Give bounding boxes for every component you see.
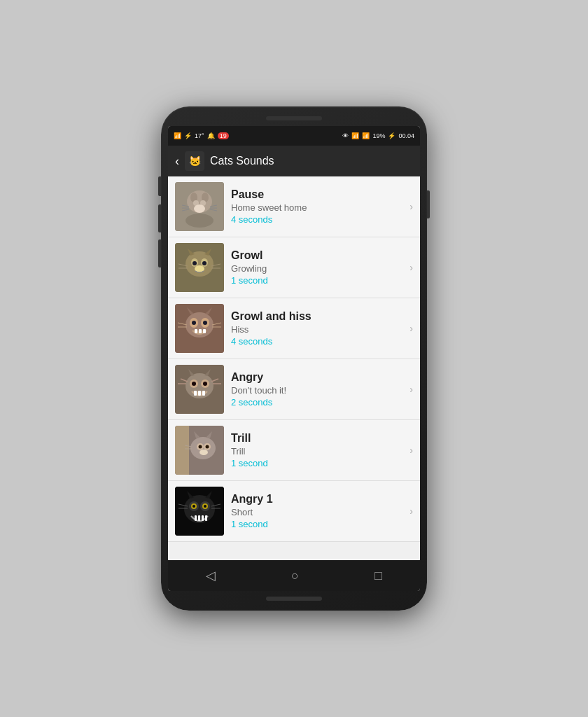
list-item[interactable]: Growl Growling 1 second ›: [168, 237, 420, 298]
item-thumbnail: [175, 487, 224, 536]
svg-rect-51: [198, 391, 201, 396]
list-item[interactable]: Growl and hiss Hiss 4 seconds ›: [168, 298, 420, 359]
svg-point-6: [194, 204, 205, 213]
list-item[interactable]: Trill Trill 1 second ›: [168, 420, 420, 481]
status-left-icons: 📶 ⚡ 17° 🔔 19: [174, 132, 229, 139]
item-duration: 1 second: [231, 275, 402, 286]
back-nav-button[interactable]: ◁: [192, 562, 230, 589]
svg-point-65: [206, 445, 209, 449]
item-duration: 4 seconds: [231, 336, 402, 347]
svg-rect-79: [195, 515, 197, 521]
sounds-list[interactable]: Pause Home sweet home 4 seconds ›: [168, 176, 420, 560]
list-item[interactable]: Angry 1 Short 1 second ›: [168, 481, 420, 542]
item-subtitle: Home sweet home: [231, 202, 402, 213]
svg-rect-36: [199, 329, 202, 333]
svg-point-48: [192, 382, 196, 386]
chevron-icon: ›: [410, 445, 413, 456]
home-nav-button[interactable]: ○: [277, 563, 313, 589]
item-content: Trill Trill 1 second: [224, 432, 410, 468]
item-thumbnail: [175, 304, 224, 353]
item-subtitle: Trill: [231, 446, 402, 457]
item-subtitle: Hiss: [231, 324, 402, 335]
usb-icon: ⚡: [184, 132, 192, 139]
svg-point-49: [203, 382, 207, 386]
status-right-icons: 👁 📶 📶 19% ⚡ 00.04: [342, 132, 414, 139]
svg-point-21: [202, 261, 206, 265]
battery-percent: 19%: [372, 132, 385, 139]
chevron-icon: ›: [410, 323, 413, 334]
item-content: Growl and hiss Hiss 4 seconds: [224, 310, 410, 347]
item-content: Angry 1 Short 1 second: [224, 493, 410, 529]
item-subtitle: Short: [231, 507, 402, 517]
svg-point-13: [186, 214, 214, 228]
list-item[interactable]: Angry Don't touch it! 2 seconds ›: [168, 359, 420, 420]
app-icon-emoji: 🐱: [189, 155, 201, 167]
svg-rect-80: [198, 515, 200, 521]
status-bar: 📶 ⚡ 17° 🔔 19 👁 📶 📶 19% ⚡ 00.04: [168, 126, 420, 146]
list-item[interactable]: Pause Home sweet home 4 seconds ›: [168, 176, 420, 237]
back-button[interactable]: ‹: [175, 154, 179, 169]
svg-point-77: [192, 505, 195, 508]
phone-screen: 📶 ⚡ 17° 🔔 19 👁 📶 📶 19% ⚡ 00.04 ‹ 🐱 Cats …: [168, 126, 420, 591]
item-duration: 1 second: [231, 458, 402, 468]
notification-badge: 19: [218, 132, 229, 139]
charging-icon: ⚡: [388, 132, 396, 139]
svg-rect-37: [203, 329, 206, 333]
signal-icon: 📶: [174, 132, 181, 139]
svg-point-66: [200, 450, 208, 455]
volume-button-right[interactable]: [427, 190, 430, 218]
svg-point-20: [192, 261, 197, 265]
navigation-bar: ◁ ○ □: [168, 560, 420, 591]
item-title: Pause: [231, 188, 402, 201]
svg-point-34: [203, 321, 207, 325]
recent-nav-button[interactable]: □: [360, 563, 396, 589]
svg-rect-50: [194, 391, 197, 396]
item-title: Trill: [231, 432, 402, 445]
chevron-icon: ›: [410, 384, 413, 395]
item-thumbnail: [175, 182, 224, 231]
chevron-icon: ›: [410, 201, 413, 212]
svg-rect-52: [202, 391, 205, 396]
svg-point-33: [192, 321, 196, 325]
svg-point-64: [199, 445, 202, 449]
item-subtitle: Growling: [231, 263, 402, 274]
item-duration: 2 seconds: [231, 397, 402, 408]
svg-rect-58: [175, 426, 189, 475]
power-button[interactable]: [158, 176, 161, 196]
svg-rect-81: [202, 515, 204, 521]
signal-strength-icon: 📶: [362, 132, 370, 139]
item-content: Angry Don't touch it! 2 seconds: [224, 371, 410, 408]
notification-icon: 🔔: [207, 132, 215, 139]
svg-point-78: [204, 505, 206, 508]
item-thumbnail: [175, 243, 224, 292]
volume-up-button[interactable]: [158, 204, 161, 232]
speaker-top: [266, 116, 322, 120]
phone-frame: 📶 ⚡ 17° 🔔 19 👁 📶 📶 19% ⚡ 00.04 ‹ 🐱 Cats …: [161, 106, 427, 611]
item-title: Angry 1: [231, 493, 402, 506]
item-content: Growl Growling 1 second: [224, 249, 410, 286]
svg-rect-35: [195, 329, 197, 333]
chevron-icon: ›: [410, 506, 413, 517]
brightness-icon: 👁: [342, 132, 349, 139]
time-label: 00.04: [398, 132, 414, 139]
item-subtitle: Don't touch it!: [231, 385, 402, 396]
svg-rect-82: [205, 515, 207, 521]
item-thumbnail: [175, 365, 224, 414]
item-thumbnail: [175, 426, 224, 475]
item-duration: 4 seconds: [231, 214, 402, 225]
app-bar: ‹ 🐱 Cats Sounds: [168, 146, 420, 176]
chevron-icon: ›: [410, 262, 413, 273]
temp-label: 17°: [195, 132, 204, 139]
speaker-bottom: [266, 597, 322, 601]
app-title: Cats Sounds: [210, 155, 274, 167]
item-title: Growl: [231, 249, 402, 262]
item-title: Angry: [231, 371, 402, 384]
item-content: Pause Home sweet home 4 seconds: [224, 188, 410, 225]
app-icon: 🐱: [185, 151, 204, 171]
item-title: Growl and hiss: [231, 310, 402, 323]
wifi-icon: 📶: [351, 132, 359, 139]
item-duration: 1 second: [231, 519, 402, 529]
volume-down-button[interactable]: [158, 239, 161, 267]
